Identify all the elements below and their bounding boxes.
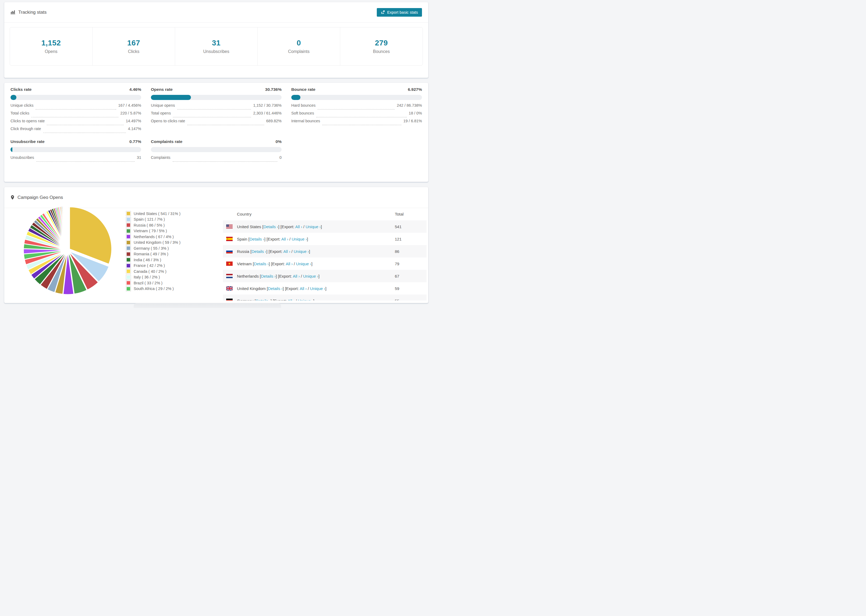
stat-box-unsubscribes: 31Unsubscribes bbox=[175, 27, 257, 65]
stat-label-clicks: Clicks bbox=[128, 49, 140, 54]
rate-row-label: Total clicks bbox=[11, 111, 29, 115]
rate-rows: Unsubscribes31 bbox=[11, 156, 141, 163]
legend-item-brazil[interactable]: Brazil ( 33 / 2% ) bbox=[126, 280, 223, 286]
rate-head-unsubscribe-rate: Unsubscribe rate0.77% bbox=[11, 139, 141, 144]
export-unique-link-united-states[interactable]: Unique › bbox=[305, 225, 321, 229]
rate-row-value: 14.497% bbox=[126, 119, 141, 123]
geo-table: Country Total United States [Details ›] … bbox=[223, 208, 427, 300]
legend-item-romania[interactable]: Romania ( 49 / 3% ) bbox=[126, 251, 223, 257]
geo-opens-header: Campaign Geo Opens bbox=[4, 187, 428, 208]
export-all-link-united-states[interactable]: All › bbox=[295, 225, 302, 229]
dotted-leader bbox=[173, 117, 251, 118]
flag-icon-netherlands bbox=[226, 274, 233, 278]
legend-label: Vietnam ( 79 / 5% ) bbox=[134, 229, 167, 233]
rate-progress-track bbox=[11, 147, 141, 152]
details-link-vietnam[interactable]: Details › bbox=[254, 261, 269, 266]
rate-row-hard-bounces: Hard bounces242 / 86.738% bbox=[291, 103, 422, 111]
export-unique-link-united-kingdom[interactable]: Unique › bbox=[310, 286, 326, 291]
rate-progress-fill bbox=[291, 95, 301, 100]
stat-label-unsubscribes: Unsubscribes bbox=[203, 49, 230, 54]
legend-item-germany[interactable]: Germany ( 55 / 3% ) bbox=[126, 245, 223, 251]
legend-item-vietnam[interactable]: Vietnam ( 79 / 5% ) bbox=[126, 228, 223, 234]
stat-value-bounces: 279 bbox=[375, 39, 388, 47]
legend-swatch-italy bbox=[126, 275, 131, 280]
export-unique-link-vietnam[interactable]: Unique › bbox=[296, 261, 312, 266]
export-all-link-germany[interactable]: All › bbox=[288, 299, 294, 301]
export-all-link-spain[interactable]: All › bbox=[281, 237, 288, 241]
legend-swatch-brazil bbox=[126, 281, 131, 285]
flag-icon-united-kingdom bbox=[226, 286, 233, 291]
legend-item-south-africa[interactable]: South Africa ( 29 / 2% ) bbox=[126, 286, 223, 292]
rate-row-opens-to-clicks-rate: Opens to clicks rate689.82% bbox=[151, 119, 282, 127]
rate-row-label: Total opens bbox=[151, 111, 171, 115]
export-basic-stats-button[interactable]: Export basic stats bbox=[377, 8, 422, 17]
dotted-leader bbox=[322, 125, 401, 125]
legend-item-canada[interactable]: Canada ( 40 / 2% ) bbox=[126, 269, 223, 274]
total-cell-vietnam: 79 bbox=[395, 261, 427, 266]
legend-item-united-states[interactable]: United States ( 541 / 31% ) bbox=[126, 211, 223, 217]
stat-value-clicks: 167 bbox=[127, 39, 140, 47]
legend-item-netherlands[interactable]: Netherlands ( 67 / 4% ) bbox=[126, 234, 223, 240]
rate-head-bounce-rate: Bounce rate6.927% bbox=[291, 87, 422, 92]
export-all-link-russia[interactable]: All › bbox=[283, 249, 290, 254]
export-unique-link-netherlands[interactable]: Unique › bbox=[303, 274, 318, 278]
rate-row-label: Click through rate bbox=[11, 127, 41, 131]
rate-row-total-opens: Total opens2,303 / 61.446% bbox=[151, 111, 282, 119]
dotted-leader bbox=[318, 109, 395, 110]
details-link-united-kingdom[interactable]: Details › bbox=[268, 286, 283, 291]
total-cell-netherlands: 67 bbox=[395, 274, 427, 278]
geo-table-header: Country Total bbox=[223, 208, 427, 220]
legend-item-italy[interactable]: Italy ( 36 / 2% ) bbox=[126, 274, 223, 280]
rate-row-value: 689.82% bbox=[266, 119, 282, 123]
country-name: United Kingdom bbox=[237, 286, 266, 291]
table-row-netherlands: Netherlands [Details ›] [Export: All › /… bbox=[223, 270, 427, 282]
legend-swatch-spain bbox=[126, 217, 131, 222]
legend-swatch-france bbox=[126, 263, 131, 268]
details-link-united-states[interactable]: Details › bbox=[263, 225, 278, 229]
rate-row-value: 0 bbox=[279, 156, 282, 160]
rate-block-opens-rate: Opens rate30.736%Unique opens1,152 / 30.… bbox=[151, 87, 282, 134]
export-all-link-netherlands[interactable]: All › bbox=[293, 274, 300, 278]
rate-row-label: Complaints bbox=[151, 156, 170, 160]
export-unique-link-germany[interactable]: Unique › bbox=[298, 299, 313, 301]
legend-swatch-germany bbox=[126, 246, 131, 250]
rate-value: 6.927% bbox=[408, 87, 422, 92]
legend-item-spain[interactable]: Spain ( 121 / 7% ) bbox=[126, 217, 223, 223]
flag-icon-vietnam bbox=[226, 261, 233, 266]
geo-pie-chart bbox=[11, 208, 126, 303]
dotted-leader bbox=[316, 117, 407, 118]
rate-progress-track bbox=[291, 95, 422, 100]
country-name: Netherlands bbox=[237, 274, 259, 278]
next-section-edge bbox=[134, 303, 281, 308]
legend-swatch-south-africa bbox=[126, 286, 131, 291]
legend-label: Romania ( 49 / 3% ) bbox=[134, 252, 168, 256]
table-row-spain: Spain [Details ›] [Export: All › / Uniqu… bbox=[223, 233, 427, 245]
export-unique-link-russia[interactable]: Unique › bbox=[294, 249, 309, 254]
rate-head-complaints-rate: Complaints rate0% bbox=[151, 139, 282, 144]
legend-swatch-russia bbox=[126, 223, 131, 227]
legend-item-india[interactable]: India ( 46 / 3% ) bbox=[126, 257, 223, 263]
geo-opens-card: Campaign Geo Opens United States ( 541 /… bbox=[4, 187, 428, 303]
legend-label: United Kingdom ( 59 / 3% ) bbox=[134, 240, 181, 245]
export-all-link-vietnam[interactable]: All › bbox=[286, 261, 293, 266]
rate-row-value: 4.147% bbox=[128, 127, 141, 131]
details-link-germany[interactable]: Details › bbox=[256, 299, 271, 301]
rate-progress-fill bbox=[11, 95, 16, 100]
rate-row-value: 242 / 86.738% bbox=[397, 103, 422, 107]
legend-label: South Africa ( 29 / 2% ) bbox=[134, 286, 174, 291]
pie-legend: United States ( 541 / 31% )Spain ( 121 /… bbox=[126, 208, 223, 303]
rate-block-clicks-rate: Clicks rate4.46%Unique clicks167 / 4.456… bbox=[11, 87, 141, 134]
legend-item-united-kingdom[interactable]: United Kingdom ( 59 / 3% ) bbox=[126, 240, 223, 246]
rate-title: Unsubscribe rate bbox=[11, 139, 45, 144]
rates-grid: Clicks rate4.46%Unique clicks167 / 4.456… bbox=[4, 83, 428, 167]
legend-label: Netherlands ( 67 / 4% ) bbox=[134, 235, 174, 239]
export-all-link-united-kingdom[interactable]: All › bbox=[299, 286, 307, 291]
legend-item-russia[interactable]: Russia ( 86 / 5% ) bbox=[126, 222, 223, 228]
export-unique-link-spain[interactable]: Unique › bbox=[291, 237, 307, 241]
details-link-netherlands[interactable]: Details › bbox=[261, 274, 276, 278]
rate-block-complaints-rate: Complaints rate0%Complaints0 bbox=[151, 139, 282, 163]
rate-block-unsubscribe-rate: Unsubscribe rate0.77%Unsubscribes31 bbox=[11, 139, 141, 163]
legend-item-france[interactable]: France ( 42 / 2% ) bbox=[126, 263, 223, 269]
details-link-spain[interactable]: Details › bbox=[250, 237, 265, 241]
details-link-russia[interactable]: Details › bbox=[252, 249, 266, 254]
